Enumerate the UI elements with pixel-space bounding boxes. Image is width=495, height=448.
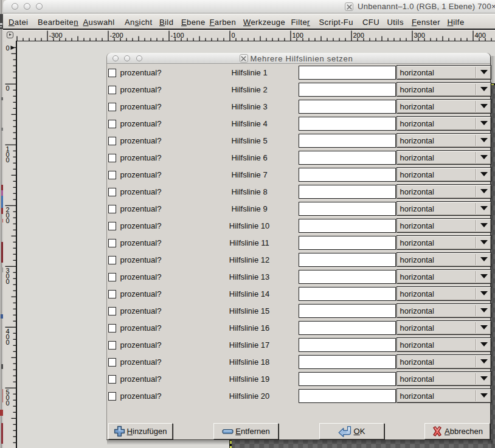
svg-text:0: 0 xyxy=(6,156,10,164)
svg-text:0: 0 xyxy=(232,32,235,39)
svg-text:-200: -200 xyxy=(110,32,123,39)
svg-text:100: 100 xyxy=(292,32,303,39)
svg-text:0: 0 xyxy=(6,217,10,224)
svg-text:0: 0 xyxy=(6,84,10,92)
svg-text:300: 300 xyxy=(414,32,425,39)
svg-text:0: 0 xyxy=(6,399,10,407)
svg-text:0: 0 xyxy=(6,278,10,285)
svg-text:200: 200 xyxy=(353,32,364,39)
svg-text:-100: -100 xyxy=(171,32,184,39)
svg-text:-300: -300 xyxy=(49,32,63,39)
svg-text:0: 0 xyxy=(6,339,10,346)
svg-text:400: 400 xyxy=(475,32,486,39)
svg-text:0: 0 xyxy=(6,44,10,52)
